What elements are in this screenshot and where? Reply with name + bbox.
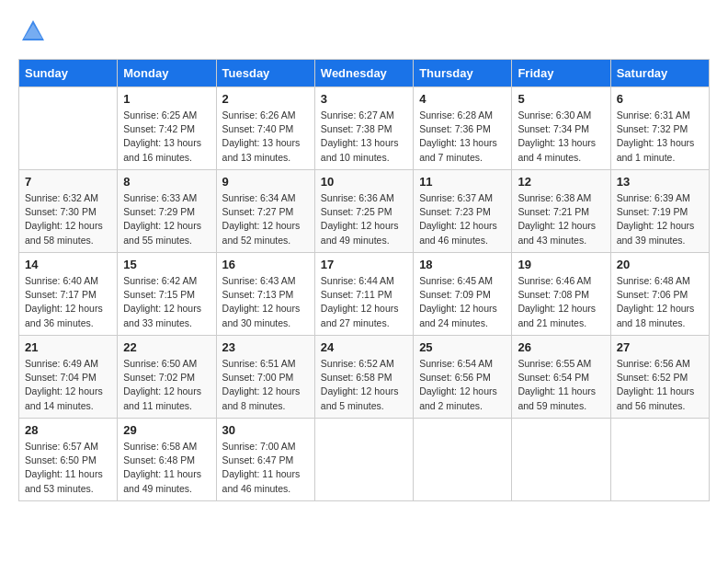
calendar-cell	[512, 419, 610, 501]
day-number: 5	[518, 92, 604, 106]
calendar-week-row: 28Sunrise: 6:57 AM Sunset: 6:50 PM Dayli…	[19, 419, 710, 501]
calendar-cell: 20Sunrise: 6:48 AM Sunset: 7:06 PM Dayli…	[610, 253, 709, 336]
day-info: Sunrise: 6:36 AM Sunset: 7:25 PM Dayligh…	[321, 191, 407, 247]
calendar-cell: 11Sunrise: 6:37 AM Sunset: 7:23 PM Dayli…	[414, 170, 512, 253]
day-number: 19	[518, 258, 604, 271]
day-info: Sunrise: 6:27 AM Sunset: 7:38 PM Dayligh…	[321, 109, 407, 165]
day-header-monday: Monday	[118, 60, 216, 87]
calendar-cell: 30Sunrise: 7:00 AM Sunset: 6:47 PM Dayli…	[216, 419, 314, 501]
day-info: Sunrise: 7:00 AM Sunset: 6:47 PM Dayligh…	[222, 440, 309, 496]
day-number: 27	[617, 340, 703, 354]
day-info: Sunrise: 6:48 AM Sunset: 7:06 PM Dayligh…	[617, 274, 703, 330]
day-number: 24	[321, 340, 407, 354]
calendar-cell	[414, 419, 512, 501]
day-info: Sunrise: 6:40 AM Sunset: 7:17 PM Dayligh…	[25, 274, 111, 330]
day-number: 25	[419, 340, 506, 354]
day-info: Sunrise: 6:42 AM Sunset: 7:15 PM Dayligh…	[123, 274, 210, 330]
calendar-cell: 10Sunrise: 6:36 AM Sunset: 7:25 PM Dayli…	[314, 170, 413, 253]
calendar-cell: 1Sunrise: 6:25 AM Sunset: 7:42 PM Daylig…	[118, 87, 216, 170]
day-info: Sunrise: 6:51 AM Sunset: 7:00 PM Dayligh…	[222, 357, 309, 413]
day-number: 2	[222, 92, 309, 106]
calendar-week-row: 1Sunrise: 6:25 AM Sunset: 7:42 PM Daylig…	[19, 87, 710, 170]
day-info: Sunrise: 6:49 AM Sunset: 7:04 PM Dayligh…	[25, 357, 111, 413]
calendar-week-row: 21Sunrise: 6:49 AM Sunset: 7:04 PM Dayli…	[19, 336, 710, 419]
day-number: 14	[25, 258, 111, 271]
day-number: 13	[617, 175, 703, 189]
day-info: Sunrise: 6:38 AM Sunset: 7:21 PM Dayligh…	[518, 191, 604, 247]
day-number: 16	[222, 258, 309, 271]
day-number: 28	[25, 423, 111, 437]
logo-text	[18, 18, 46, 44]
day-number: 26	[518, 340, 604, 354]
calendar-cell: 19Sunrise: 6:46 AM Sunset: 7:08 PM Dayli…	[512, 253, 610, 336]
calendar-cell: 12Sunrise: 6:38 AM Sunset: 7:21 PM Dayli…	[512, 170, 610, 253]
day-header-tuesday: Tuesday	[216, 60, 314, 87]
calendar-cell: 8Sunrise: 6:33 AM Sunset: 7:29 PM Daylig…	[118, 170, 216, 253]
calendar-week-row: 14Sunrise: 6:40 AM Sunset: 7:17 PM Dayli…	[19, 253, 710, 336]
day-info: Sunrise: 6:50 AM Sunset: 7:02 PM Dayligh…	[123, 357, 210, 413]
svg-marker-1	[24, 24, 42, 39]
day-info: Sunrise: 6:33 AM Sunset: 7:29 PM Dayligh…	[123, 191, 210, 247]
calendar-cell: 4Sunrise: 6:28 AM Sunset: 7:36 PM Daylig…	[414, 87, 512, 170]
day-number: 30	[222, 423, 309, 437]
calendar-cell	[314, 419, 413, 501]
day-info: Sunrise: 6:30 AM Sunset: 7:34 PM Dayligh…	[518, 109, 604, 165]
day-info: Sunrise: 6:28 AM Sunset: 7:36 PM Dayligh…	[419, 109, 506, 165]
calendar-cell: 7Sunrise: 6:32 AM Sunset: 7:30 PM Daylig…	[19, 170, 118, 253]
day-number: 6	[617, 92, 703, 106]
day-info: Sunrise: 6:37 AM Sunset: 7:23 PM Dayligh…	[419, 191, 506, 247]
day-number: 10	[321, 175, 407, 189]
calendar-cell: 21Sunrise: 6:49 AM Sunset: 7:04 PM Dayli…	[19, 336, 118, 419]
day-info: Sunrise: 6:31 AM Sunset: 7:32 PM Dayligh…	[617, 109, 703, 165]
day-number: 29	[123, 423, 210, 437]
calendar-cell: 24Sunrise: 6:52 AM Sunset: 6:58 PM Dayli…	[314, 336, 413, 419]
day-info: Sunrise: 6:39 AM Sunset: 7:19 PM Dayligh…	[617, 191, 703, 247]
day-info: Sunrise: 6:25 AM Sunset: 7:42 PM Dayligh…	[123, 109, 210, 165]
day-number: 23	[222, 340, 309, 354]
page-header	[18, 18, 710, 44]
calendar-cell: 3Sunrise: 6:27 AM Sunset: 7:38 PM Daylig…	[314, 87, 413, 170]
day-info: Sunrise: 6:58 AM Sunset: 6:48 PM Dayligh…	[123, 440, 210, 496]
day-number: 4	[419, 92, 506, 106]
calendar-cell: 22Sunrise: 6:50 AM Sunset: 7:02 PM Dayli…	[118, 336, 216, 419]
logo	[18, 18, 46, 44]
calendar-cell: 26Sunrise: 6:55 AM Sunset: 6:54 PM Dayli…	[512, 336, 610, 419]
day-number: 11	[419, 175, 506, 189]
calendar-cell: 27Sunrise: 6:56 AM Sunset: 6:52 PM Dayli…	[610, 336, 709, 419]
day-number: 18	[419, 258, 506, 271]
day-info: Sunrise: 6:55 AM Sunset: 6:54 PM Dayligh…	[518, 357, 604, 413]
day-number: 3	[321, 92, 407, 106]
calendar-cell: 25Sunrise: 6:54 AM Sunset: 6:56 PM Dayli…	[414, 336, 512, 419]
day-number: 17	[321, 258, 407, 271]
calendar-cell: 9Sunrise: 6:34 AM Sunset: 7:27 PM Daylig…	[216, 170, 314, 253]
calendar-cell: 18Sunrise: 6:45 AM Sunset: 7:09 PM Dayli…	[414, 253, 512, 336]
day-info: Sunrise: 6:54 AM Sunset: 6:56 PM Dayligh…	[419, 357, 506, 413]
calendar-week-row: 7Sunrise: 6:32 AM Sunset: 7:30 PM Daylig…	[19, 170, 710, 253]
day-number: 7	[25, 175, 111, 189]
calendar-cell: 13Sunrise: 6:39 AM Sunset: 7:19 PM Dayli…	[610, 170, 709, 253]
day-info: Sunrise: 6:32 AM Sunset: 7:30 PM Dayligh…	[25, 191, 111, 247]
day-header-wednesday: Wednesday	[314, 60, 413, 87]
calendar-header-row: SundayMondayTuesdayWednesdayThursdayFrid…	[19, 60, 710, 87]
day-info: Sunrise: 6:44 AM Sunset: 7:11 PM Dayligh…	[321, 274, 407, 330]
day-info: Sunrise: 6:43 AM Sunset: 7:13 PM Dayligh…	[222, 274, 309, 330]
day-info: Sunrise: 6:34 AM Sunset: 7:27 PM Dayligh…	[222, 191, 309, 247]
day-number: 15	[123, 258, 210, 271]
day-info: Sunrise: 6:57 AM Sunset: 6:50 PM Dayligh…	[25, 440, 111, 496]
calendar-cell: 6Sunrise: 6:31 AM Sunset: 7:32 PM Daylig…	[610, 87, 709, 170]
calendar-cell: 2Sunrise: 6:26 AM Sunset: 7:40 PM Daylig…	[216, 87, 314, 170]
calendar-cell: 15Sunrise: 6:42 AM Sunset: 7:15 PM Dayli…	[118, 253, 216, 336]
calendar-cell: 14Sunrise: 6:40 AM Sunset: 7:17 PM Dayli…	[19, 253, 118, 336]
day-info: Sunrise: 6:52 AM Sunset: 6:58 PM Dayligh…	[321, 357, 407, 413]
day-info: Sunrise: 6:26 AM Sunset: 7:40 PM Dayligh…	[222, 109, 309, 165]
calendar-cell: 28Sunrise: 6:57 AM Sunset: 6:50 PM Dayli…	[19, 419, 118, 501]
day-info: Sunrise: 6:45 AM Sunset: 7:09 PM Dayligh…	[419, 274, 506, 330]
day-header-saturday: Saturday	[610, 60, 709, 87]
calendar-cell: 17Sunrise: 6:44 AM Sunset: 7:11 PM Dayli…	[314, 253, 413, 336]
day-info: Sunrise: 6:46 AM Sunset: 7:08 PM Dayligh…	[518, 274, 604, 330]
calendar-cell: 16Sunrise: 6:43 AM Sunset: 7:13 PM Dayli…	[216, 253, 314, 336]
day-info: Sunrise: 6:56 AM Sunset: 6:52 PM Dayligh…	[617, 357, 703, 413]
day-header-thursday: Thursday	[414, 60, 512, 87]
day-number: 1	[123, 92, 210, 106]
day-number: 12	[518, 175, 604, 189]
